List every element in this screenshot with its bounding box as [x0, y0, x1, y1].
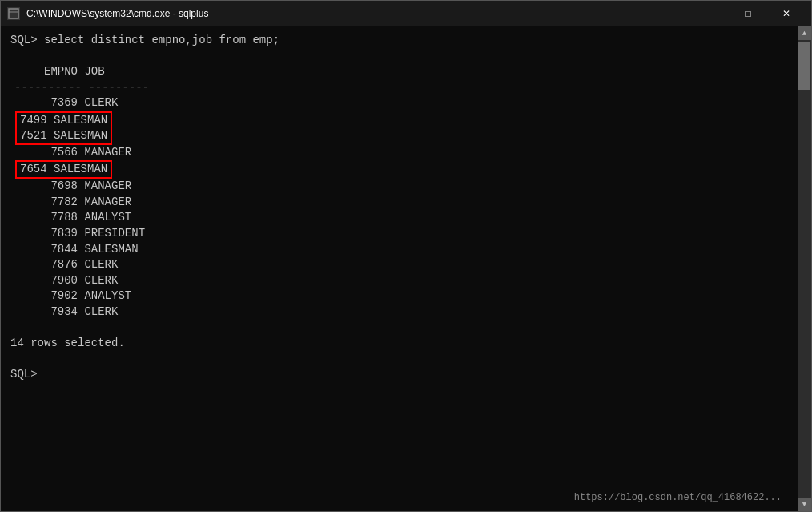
- empty-line-3: [10, 352, 788, 368]
- empty-line-2: [10, 321, 788, 337]
- col-divider: ---------- ---------: [10, 80, 788, 96]
- scroll-up-button[interactable]: ▲: [798, 26, 811, 40]
- window-icon: [7, 7, 20, 20]
- table-row: 7934 CLERK: [10, 304, 788, 321]
- table-row: 7839 PRESIDENT: [10, 226, 788, 242]
- titlebar: C:\WINDOWS\system32\cmd.exe - sqlplus ─ …: [1, 1, 811, 26]
- result-message: 14 rows selected.: [10, 336, 788, 352]
- watermark: https://blog.csdn.net/qq_41684622...: [574, 491, 782, 505]
- empty-line-1: [10, 49, 788, 65]
- sql-prompt-2: SQL>: [10, 367, 788, 383]
- sql-command: SQL> select distinct empno,job from emp;: [10, 33, 788, 49]
- col-headers: EMPNO JOB: [10, 64, 788, 80]
- scroll-track[interactable]: [798, 40, 811, 498]
- table-row: 7369 CLERK: [10, 95, 788, 111]
- table-row: 7698 MANAGER: [10, 179, 788, 195]
- content-area: SQL> select distinct empno,job from emp;…: [1, 26, 811, 511]
- table-row: 7900 CLERK: [10, 273, 788, 289]
- table-row: 7876 CLERK: [10, 257, 788, 273]
- terminal-output[interactable]: SQL> select distinct empno,job from emp;…: [1, 26, 798, 511]
- scroll-down-button[interactable]: ▼: [798, 498, 811, 511]
- close-button[interactable]: ✕: [768, 2, 805, 26]
- table-row: 7654 SALESMAN: [10, 160, 788, 179]
- minimize-button[interactable]: ─: [691, 2, 728, 26]
- scrollbar[interactable]: ▲ ▼: [798, 26, 811, 511]
- table-row: 7844 SALESMAN: [10, 242, 788, 258]
- table-row: 7499 SALESMAN 7521 SALESMAN: [10, 111, 788, 145]
- svg-rect-0: [9, 9, 18, 18]
- scroll-thumb[interactable]: [798, 42, 810, 90]
- table-row: 7782 MANAGER: [10, 195, 788, 211]
- window-controls: ─ □ ✕: [691, 2, 805, 26]
- table-row: 7902 ANALYST: [10, 288, 788, 304]
- maximize-button[interactable]: □: [730, 2, 766, 26]
- window: C:\WINDOWS\system32\cmd.exe - sqlplus ─ …: [0, 0, 812, 512]
- table-row: 7788 ANALYST: [10, 210, 788, 226]
- window-title: C:\WINDOWS\system32\cmd.exe - sqlplus: [26, 8, 691, 19]
- table-row: 7566 MANAGER: [10, 145, 788, 161]
